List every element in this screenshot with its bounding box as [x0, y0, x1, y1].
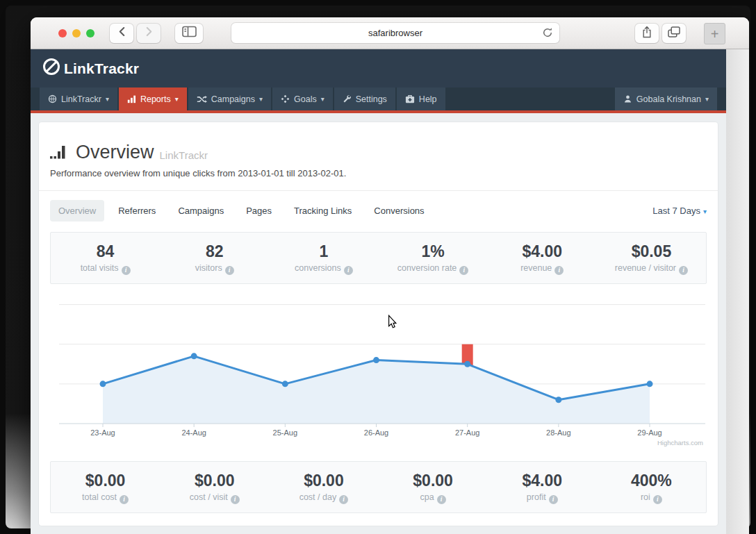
linktrackr-logo-icon — [42, 58, 64, 79]
info-icon[interactable]: i — [225, 266, 234, 275]
new-tab-button[interactable]: + — [704, 23, 725, 44]
sidebar-button[interactable] — [175, 24, 203, 43]
toolbar-right-buttons — [635, 24, 689, 43]
info-icon[interactable]: i — [554, 266, 564, 275]
x-axis-label: 24-Aug — [181, 428, 206, 437]
visits-chart: 23-Aug24-Aug25-Aug26-Aug27-Aug28-Aug29-A… — [50, 288, 707, 453]
sidebar-icon — [182, 26, 197, 40]
stat-label-text: revenue / visitor — [615, 263, 676, 273]
bar-chart-icon — [50, 143, 76, 162]
area-fill — [103, 356, 650, 424]
nav-item-campaigns[interactable]: Campaigns▾ — [188, 87, 271, 110]
url-bar[interactable]: safaribrowser — [231, 23, 559, 43]
tab-tracking-links[interactable]: Tracking Links — [286, 200, 360, 222]
chevron-left-icon — [118, 26, 126, 40]
info-icon[interactable]: i — [122, 266, 131, 275]
stat-label: revenuei — [488, 263, 597, 275]
stat-label-text: cpa — [420, 492, 434, 502]
data-point-marker — [555, 397, 561, 403]
chevron-down-icon: ▾ — [321, 95, 324, 103]
nav-item-reports[interactable]: Reports▾ — [119, 87, 187, 110]
stat-total-visits: 84total visitsi — [51, 242, 160, 275]
close-window-button[interactable] — [58, 29, 67, 37]
stat-value: $0.00 — [269, 472, 378, 490]
info-icon[interactable]: i — [459, 266, 468, 275]
page-subtitle: Performance overview from unique clicks … — [50, 168, 707, 178]
nav-item-goals[interactable]: Goals▾ — [272, 87, 333, 110]
stat-label: total costi — [51, 492, 160, 504]
forward-button[interactable] — [137, 24, 161, 43]
date-range-label: Last 7 Days — [652, 206, 700, 216]
nav-item-settings[interactable]: Settings — [334, 87, 395, 110]
highcharts-line-chart[interactable]: 23-Aug24-Aug25-Aug26-Aug27-Aug28-Aug29-A… — [50, 288, 706, 453]
info-icon[interactable]: i — [344, 266, 353, 275]
stat-value: $4.00 — [488, 242, 597, 261]
info-icon[interactable]: i — [653, 495, 662, 504]
linktrackr-globe-icon — [48, 94, 57, 103]
tab-pages[interactable]: Pages — [238, 200, 280, 222]
title-row: Overview LinkTrackr — [50, 122, 707, 163]
data-point-marker — [647, 381, 653, 387]
minimize-window-button[interactable] — [72, 29, 81, 37]
stat-cost-visit: $0.00cost / visiti — [160, 472, 269, 504]
stat-value: $0.00 — [51, 472, 160, 490]
info-icon[interactable]: i — [679, 266, 688, 275]
info-icon[interactable]: i — [339, 495, 348, 504]
web-page: LinkTrackr LinkTrackr▾Reports▾Campaigns▾… — [31, 49, 726, 534]
info-icon[interactable]: i — [549, 495, 558, 504]
stat-value: 84 — [51, 242, 160, 261]
logo-text: LinkTrackr — [64, 60, 139, 77]
info-icon[interactable]: i — [120, 495, 129, 504]
mouse-cursor-icon — [388, 315, 398, 333]
nav-item-label: LinkTrackr — [61, 94, 101, 104]
nav-item-label: Settings — [356, 94, 387, 104]
stat-label-text: total cost — [82, 492, 117, 502]
x-axis-label: 23-Aug — [90, 428, 115, 437]
data-point-marker — [373, 357, 379, 363]
tab-conversions[interactable]: Conversions — [365, 200, 432, 222]
date-range-picker[interactable]: Last 7 Days▾ — [652, 206, 707, 216]
page-title-suffix: LinkTrackr — [160, 144, 208, 161]
info-icon[interactable]: i — [231, 495, 240, 504]
share-button[interactable] — [635, 24, 659, 43]
nav-item-linktrackr[interactable]: LinkTrackr▾ — [40, 87, 117, 110]
stat-value: $0.05 — [597, 242, 706, 261]
nav-item-label: Help — [419, 94, 437, 104]
linktrackr-logo[interactable]: LinkTrackr — [42, 58, 139, 79]
nav-item-help[interactable]: Help — [397, 87, 445, 110]
tab-overview-button[interactable] — [662, 24, 686, 43]
user-menu[interactable]: Gobala Krishnan ▾ — [615, 87, 717, 110]
stat-label-text: revenue — [520, 263, 552, 273]
tabs-row: OverviewReferrersCampaignsPagesTracking … — [50, 200, 707, 222]
chevron-down-icon: ▾ — [175, 95, 179, 103]
window-right-gutter — [726, 49, 749, 534]
stat-label: cost / visiti — [160, 492, 269, 504]
stat-label: cost / dayi — [269, 492, 378, 504]
zoom-window-button[interactable] — [86, 29, 94, 37]
stat-value: $0.00 — [379, 472, 488, 490]
plus-icon: + — [711, 27, 719, 41]
info-icon[interactable]: i — [437, 495, 446, 504]
stat-label-text: visitors — [195, 263, 222, 273]
tabs-icon — [668, 26, 680, 40]
url-text: safaribrowser — [368, 28, 422, 38]
x-axis-label: 27-Aug — [455, 428, 479, 437]
site-header: LinkTrackr — [31, 49, 726, 87]
browser-toolbar: safaribrowser + — [31, 17, 749, 49]
stat-profit: $4.00profiti — [488, 472, 597, 504]
stat-label-text: profit — [527, 492, 546, 502]
tab-campaigns[interactable]: Campaigns — [170, 200, 232, 222]
page-content: Overview LinkTrackr Performance overview… — [31, 113, 726, 526]
x-axis-label: 25-Aug — [273, 428, 297, 437]
navbar-items: LinkTrackr▾Reports▾Campaigns▾Goals▾Setti… — [40, 87, 447, 110]
chevron-down-icon: ▾ — [703, 208, 707, 215]
tab-referrers[interactable]: Referrers — [110, 200, 164, 222]
nav-item-label: Reports — [140, 94, 171, 104]
back-button[interactable] — [110, 24, 133, 43]
reload-icon[interactable] — [542, 27, 553, 40]
stat-value: 82 — [160, 242, 269, 261]
stat-label-text: total visits — [81, 263, 119, 273]
chevron-down-icon: ▾ — [259, 95, 263, 103]
stat-value: 1 — [269, 242, 378, 261]
tab-overview[interactable]: Overview — [50, 200, 104, 222]
